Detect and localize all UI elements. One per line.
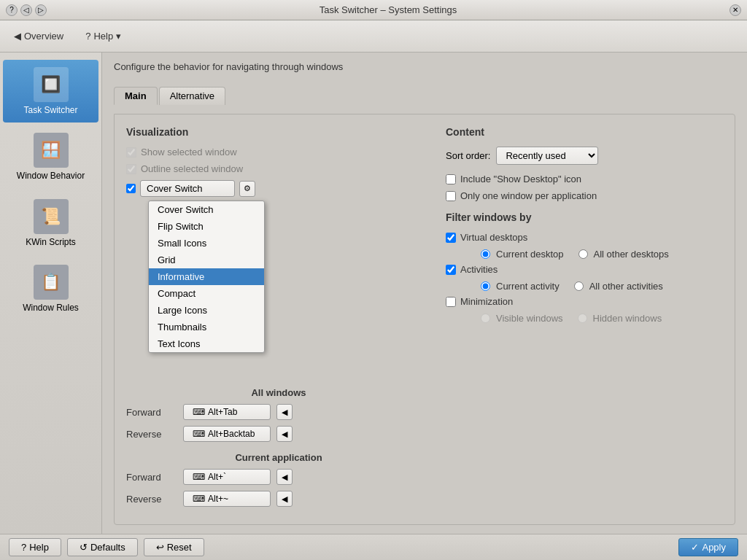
one-window-checkbox[interactable]	[446, 191, 456, 201]
forward-app-clear-btn[interactable]: ◀	[276, 469, 293, 485]
reverse-shortcut-btn[interactable]: ⌨ Alt+Backtab	[183, 426, 271, 442]
all-other-activities-radio[interactable]	[574, 281, 584, 291]
reset-icon: ↩	[156, 542, 164, 553]
reset-btn[interactable]: ↩ Reset	[144, 538, 204, 556]
option-text-icons[interactable]: Text Icons	[149, 335, 264, 352]
hidden-windows-radio-row: Hidden windows	[578, 313, 662, 324]
reverse-shortcut-icon: ⌨	[193, 429, 205, 439]
show-desktop-label: Include "Show Desktop" icon	[460, 174, 581, 184]
sidebar-item-task-switcher[interactable]: 🔲 Task Switcher	[3, 60, 98, 122]
minimization-label: Minimization	[460, 296, 513, 307]
minimization-row: Minimization	[446, 296, 723, 307]
tab-content-main: Visualization Show selected window Outli…	[114, 114, 735, 525]
option-flip-switch[interactable]: Flip Switch	[149, 218, 264, 235]
forward-clear-btn[interactable]: ◀	[276, 404, 293, 420]
forward-shortcut-btn[interactable]: ⌨ Alt+Tab	[183, 404, 271, 420]
current-app-label: Current application	[126, 452, 431, 463]
sort-order-row: Sort order: Recently used Alphabetically…	[446, 147, 723, 165]
all-other-activities-label: All other activities	[589, 281, 663, 292]
all-other-desktops-radio[interactable]	[578, 249, 588, 259]
hidden-windows-label: Hidden windows	[593, 313, 662, 324]
window-behavior-icon: 🪟	[34, 133, 69, 168]
toolbar: ◀ Overview ? Help ▾	[0, 20, 747, 52]
shortcuts-section: All windows Forward ⌨ Alt+Tab ◀ Reverse …	[126, 378, 431, 513]
overview-button[interactable]: ◀ Overview	[6, 27, 71, 45]
sidebar: 🔲 Task Switcher 🪟 Window Behavior 📜 KWin…	[0, 52, 102, 534]
minimization-checkbox[interactable]	[446, 297, 456, 307]
defaults-btn[interactable]: ↺ Defaults	[67, 538, 138, 556]
forward-app-shortcut-value: Alt+`	[208, 472, 226, 482]
help-button[interactable]: ? Help ▾	[77, 27, 129, 45]
show-desktop-checkbox[interactable]	[446, 174, 456, 184]
reverse-app-clear-btn[interactable]: ◀	[276, 491, 293, 507]
reverse-clear-btn[interactable]: ◀	[276, 426, 293, 442]
activities-checkbox[interactable]	[446, 265, 456, 275]
option-compact[interactable]: Compact	[149, 285, 264, 302]
option-large-icons[interactable]: Large Icons	[149, 302, 264, 319]
visible-windows-radio-row: Visible windows	[481, 313, 563, 324]
page-description: Configure the behavior for navigating th…	[114, 61, 735, 78]
apply-btn[interactable]: ✓ Apply	[678, 538, 738, 556]
activities-label: Activities	[460, 264, 498, 275]
virtual-desktops-checkbox[interactable]	[446, 233, 456, 243]
tab-alternative[interactable]: Alternative	[159, 87, 225, 105]
all-other-desktops-radio-row: All other desktops	[578, 249, 669, 260]
visualization-title: Visualization	[126, 126, 431, 138]
sidebar-label-task-switcher: Task Switcher	[23, 105, 77, 115]
main-layout: 🔲 Task Switcher 🪟 Window Behavior 📜 KWin…	[0, 52, 747, 534]
forward-app-label: Forward	[126, 472, 177, 483]
window-rules-icon: 📋	[34, 265, 69, 300]
tab-main[interactable]: Main	[114, 87, 158, 105]
sort-order-select[interactable]: Recently used Alphabetically None	[496, 147, 598, 165]
visible-windows-radio[interactable]	[481, 314, 490, 323]
shortcut-forward-row: Forward ⌨ Alt+Tab ◀	[126, 404, 431, 420]
shortcut-forward-app-row: Forward ⌨ Alt+` ◀	[126, 469, 431, 485]
switcher-dropdown[interactable]: Cover Switch	[140, 180, 235, 197]
sidebar-item-window-rules[interactable]: 📋 Window Rules	[3, 257, 98, 320]
sidebar-item-window-behavior[interactable]: 🪟 Window Behavior	[3, 125, 98, 188]
nav-fwd-btn[interactable]: ▷	[35, 4, 47, 16]
outline-selected-checkbox[interactable]	[126, 164, 136, 174]
sidebar-item-kwin-scripts[interactable]: 📜 KWin Scripts	[3, 192, 98, 254]
current-activity-radio[interactable]	[481, 281, 490, 291]
hidden-windows-radio[interactable]	[578, 314, 587, 323]
option-cover-switch[interactable]: Cover Switch	[149, 201, 264, 218]
option-thumbnails[interactable]: Thumbnails	[149, 319, 264, 335]
current-desktop-radio[interactable]	[481, 249, 490, 259]
configure-btn[interactable]: ⚙	[239, 181, 255, 197]
help-btn[interactable]: ?	[6, 4, 18, 16]
current-desktop-radio-row: Current desktop	[481, 249, 564, 260]
forward-app-icon: ⌨	[193, 472, 205, 482]
current-activity-radio-row: Current activity	[481, 281, 560, 292]
shortcut-reverse-row: Reverse ⌨ Alt+Backtab ◀	[126, 426, 431, 442]
show-desktop-row: Include "Show Desktop" icon	[446, 174, 723, 184]
nav-back-btn[interactable]: ◁	[20, 4, 32, 16]
virtual-desktops-label: Virtual desktops	[460, 232, 527, 243]
shortcut-reverse-app-row: Reverse ⌨ Alt+~ ◀	[126, 491, 431, 507]
option-grid[interactable]: Grid	[149, 252, 264, 268]
close-btn[interactable]: ✕	[729, 4, 741, 16]
show-selected-checkbox[interactable]	[126, 147, 136, 158]
reverse-label: Reverse	[126, 429, 177, 440]
switcher-enabled-checkbox[interactable]	[126, 184, 136, 193]
one-window-row: Only one window per application	[446, 190, 723, 201]
minimization-subgroup: Visible windows Hidden windows	[460, 313, 723, 324]
option-small-icons[interactable]: Small Icons	[149, 235, 264, 252]
forward-shortcut-icon: ⌨	[193, 407, 205, 417]
tabs: Main Alternative	[114, 87, 735, 105]
option-informative[interactable]: Informative	[149, 268, 264, 285]
activities-subgroup: Current activity All other activities	[460, 281, 723, 292]
outline-selected-label: Outline selected window	[141, 163, 243, 174]
apply-icon: ✓	[691, 542, 699, 553]
overview-icon: ◀	[14, 31, 21, 42]
show-selected-label: Show selected window	[141, 147, 237, 158]
reverse-app-shortcut-btn[interactable]: ⌨ Alt+~	[183, 491, 271, 507]
help-statusbar-btn[interactable]: ? Help	[9, 538, 61, 556]
statusbar: ? Help ↺ Defaults ↩ Reset ✓ Apply	[0, 534, 747, 560]
forward-app-shortcut-btn[interactable]: ⌨ Alt+`	[183, 469, 271, 485]
reverse-shortcut-value: Alt+Backtab	[208, 429, 255, 439]
defaults-label: Defaults	[90, 542, 125, 553]
filter-title: Filter windows by	[446, 211, 723, 223]
sidebar-label-window-rules: Window Rules	[23, 303, 79, 313]
current-desktop-label: Current desktop	[496, 249, 564, 260]
